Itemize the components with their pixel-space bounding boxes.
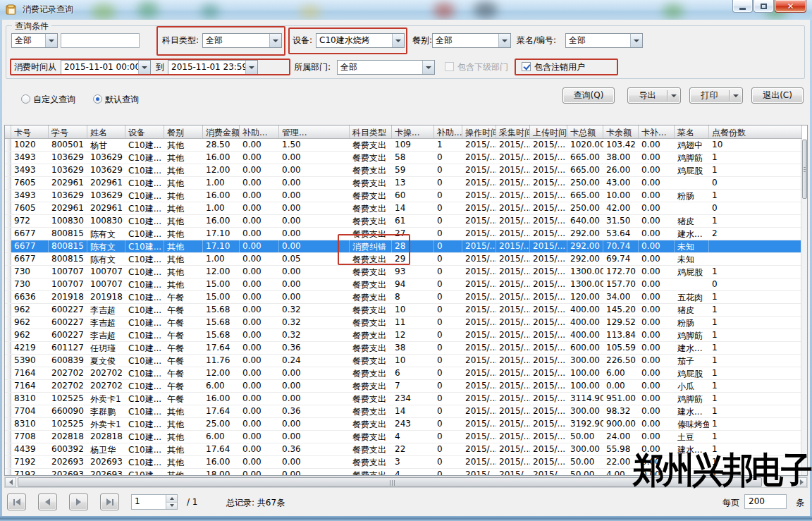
keyword-input[interactable] (61, 33, 140, 48)
column-header[interactable]: 卡余额 (603, 125, 639, 138)
cell: 4 (392, 469, 434, 476)
column-header[interactable]: 采集时间 (496, 125, 530, 138)
table-row[interactable]: 7708202818202818C10建...其他6.000.000.00餐费支… (5, 431, 802, 443)
cell: 1 (709, 418, 802, 430)
last-page-button[interactable] (100, 494, 119, 510)
table-row[interactable]: 972100830100830C10建...其他16.000.000.00餐费支… (5, 215, 802, 228)
default-query-radio[interactable] (93, 94, 102, 104)
table-row[interactable]: 4219601127任玥瑾C10建...午餐17.640.000.36餐费支出3… (5, 342, 802, 355)
cell: 0.00 (279, 215, 350, 227)
cell: 800815 (49, 240, 87, 252)
cell: 茄子 (675, 355, 709, 367)
table-row[interactable]: 7164202702202702C10建...午餐6.000.000.00餐费支… (5, 380, 802, 393)
table-row[interactable]: 6636201918201918C10建...午餐15.000.000.00餐费… (5, 291, 802, 304)
scroll-left-button[interactable] (5, 477, 16, 487)
column-header[interactable]: 学号 (49, 125, 87, 138)
next-page-button[interactable] (69, 494, 88, 510)
table-row[interactable]: 962600227李吉超C10建...午餐15.680.000.32餐费支出11… (5, 317, 802, 329)
table-row[interactable]: 3493103629103629C10建...其他16.000.000.00餐费… (5, 152, 802, 164)
column-header[interactable]: 补助... (434, 125, 462, 138)
export-button-label: 导出 (628, 90, 667, 102)
table-row[interactable]: 8310102525外卖卡1C10建...午餐16.000.000.00餐费支出… (5, 393, 802, 405)
table-row[interactable]: 962600227李吉超C10建...午餐15.680.000.32餐费支出10… (5, 304, 802, 317)
table-row[interactable]: 7164202702202702C10建...午餐12.000.000.00餐费… (5, 367, 802, 380)
table-row[interactable]: 3493103629103629C10建...其他12.000.000.00餐费… (5, 164, 802, 177)
column-header[interactable]: 姓名 (87, 125, 125, 138)
export-button[interactable]: 导出 (627, 87, 681, 104)
table-row[interactable]: 5390600839夏文俊C10建...午餐11.760.000.24餐费支出1… (5, 355, 802, 367)
cell: 2015/... (530, 304, 567, 316)
chevron-down-icon[interactable] (45, 34, 57, 47)
column-header[interactable]: 科目类型 (350, 125, 392, 138)
column-header[interactable]: 补助... (240, 125, 279, 138)
custom-query-radio[interactable] (21, 94, 30, 104)
cell: 300.00 (567, 355, 603, 367)
close-button[interactable]: ✕ (775, 0, 806, 13)
column-header[interactable]: 操作时间 (462, 125, 496, 138)
department-combobox[interactable]: 全部 (337, 60, 435, 75)
previous-page-button[interactable] (38, 494, 57, 510)
per-page-input[interactable]: 200 (744, 494, 787, 509)
cell: 陈有文 (87, 240, 125, 252)
export-dropdown-arrow[interactable] (668, 94, 680, 97)
cell: 300.00 (567, 443, 603, 455)
default-query-label: 默认查询 (105, 92, 139, 107)
spinner-buttons[interactable] (166, 495, 177, 509)
cell: 6636 (11, 291, 49, 303)
vertical-scrollbar-thumb[interactable] (802, 140, 807, 199)
include-sub-dept-checkbox[interactable] (445, 62, 454, 71)
column-header[interactable]: 设备 (125, 125, 164, 138)
cell: 0.00 (240, 304, 279, 316)
column-header[interactable]: 卡补... (639, 125, 675, 138)
cell: 2015/... (462, 393, 496, 405)
minimize-button[interactable] (732, 0, 753, 13)
cell: 2015/... (496, 469, 530, 476)
print-dropdown-arrow[interactable] (730, 94, 742, 97)
query-button[interactable]: 查询(Q) (562, 87, 615, 104)
dish-combobox[interactable]: 全部 (565, 33, 643, 48)
table-row[interactable]: 7704660090李群鹏C10建...其他17.640.000.36餐费支出1… (5, 405, 802, 418)
column-header[interactable]: 点餐份数 (709, 125, 802, 138)
column-header[interactable]: 管理... (279, 125, 350, 138)
exit-button[interactable]: 退出(C) (751, 87, 804, 104)
column-header[interactable]: 上传时间 (530, 125, 567, 138)
table-row[interactable]: 8310102525外卖卡1C10建...其他25.000.000.00餐费支出… (5, 418, 802, 431)
first-page-button[interactable] (7, 494, 26, 510)
table-row[interactable]: 7605202961202961C10建...其他1.000.000.00餐费支… (5, 177, 802, 190)
table-row[interactable]: 1020800501杨甘C10建...其他28.500.001.50餐费支出10… (5, 139, 802, 152)
chevron-down-icon[interactable] (422, 61, 434, 74)
table-row[interactable]: 7605202961202961C10建...其他1.000.000.00餐费支… (5, 202, 802, 215)
column-header[interactable]: 卡号 (11, 125, 49, 138)
column-header[interactable]: 卡总额 (567, 125, 603, 138)
table-row[interactable]: 730100707100707C10建...其他15.000.000.00餐费支… (5, 278, 802, 291)
spin-up-icon[interactable] (166, 495, 177, 503)
print-button[interactable]: 打印 (689, 87, 743, 104)
query-type-combobox[interactable]: 全部 (11, 33, 58, 48)
cell: 2015/... (496, 405, 530, 417)
spin-down-icon[interactable] (166, 503, 177, 510)
column-header[interactable]: 消费金额 (203, 125, 240, 138)
cell: 2015/... (462, 177, 496, 189)
cell: C10建... (125, 304, 164, 316)
vertical-scrollbar[interactable] (801, 139, 807, 476)
column-header[interactable]: 菜名 (675, 125, 709, 138)
table-row[interactable]: 962600227李吉超C10建...午餐15.680.000.32餐费支出12… (5, 329, 802, 342)
cell: 202961 (87, 177, 125, 189)
cell: 172.70 (603, 266, 639, 278)
meal-combobox[interactable]: 全部 (432, 33, 511, 48)
cell: 2015/... (530, 405, 567, 417)
table-row[interactable]: 3493103629103629C10建...其他16.000.000.00餐费… (5, 190, 802, 202)
cell: 234 (392, 393, 434, 405)
cell: 100830 (87, 215, 125, 227)
table-row[interactable]: 730100707100707C10建...其他12.000.000.00餐费支… (5, 266, 802, 278)
cell: C10建... (125, 190, 164, 202)
column-header[interactable]: 餐别 (164, 125, 203, 138)
page-number-spinner[interactable]: 1 (131, 494, 178, 510)
row-indicator (5, 304, 11, 316)
chevron-down-icon[interactable] (498, 34, 510, 47)
column-header[interactable]: 卡操... (392, 125, 434, 138)
maximize-button[interactable] (753, 0, 774, 13)
chevron-down-icon[interactable] (630, 34, 642, 47)
cell: 16.00 (203, 393, 240, 405)
cell: 1 (709, 266, 802, 278)
